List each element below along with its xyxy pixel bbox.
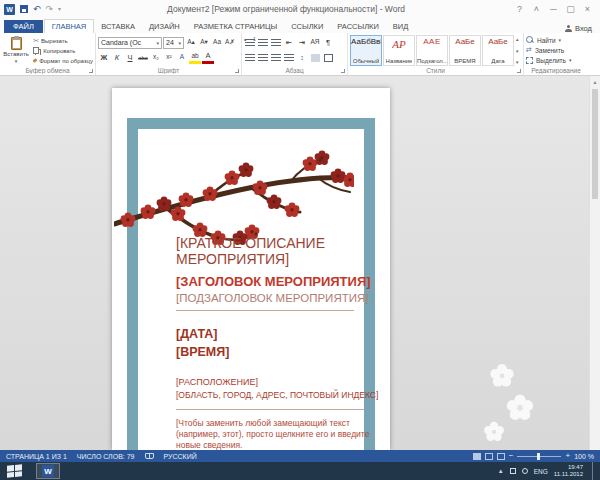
read-mode-button[interactable] bbox=[473, 453, 481, 460]
font-color-button[interactable]: А bbox=[202, 51, 214, 64]
clipboard-dialog-launcher[interactable] bbox=[89, 69, 93, 73]
tray-status-icon[interactable] bbox=[510, 468, 516, 474]
tray-language[interactable]: ENG bbox=[534, 468, 548, 475]
tab-design[interactable]: ДИЗАЙН bbox=[142, 20, 187, 33]
show-marks-button[interactable]: ¶ bbox=[322, 36, 334, 49]
save-icon[interactable] bbox=[20, 5, 28, 13]
font-size-dropdown-icon[interactable]: ▾ bbox=[177, 40, 181, 46]
superscript-button[interactable]: x² bbox=[163, 51, 175, 64]
tray-expand-icon[interactable]: ▲ bbox=[498, 468, 504, 474]
tray-clock[interactable]: 19:47 11.11.2012 bbox=[554, 464, 583, 478]
event-address-placeholder[interactable]: [ОБЛАСТЬ, ГОРОД, АДРЕС, ПОЧТОВЫЙ ИНДЕКС] bbox=[176, 390, 366, 400]
clear-formatting-button[interactable]: А✗ bbox=[224, 36, 236, 49]
tab-insert[interactable]: ВСТАВКА bbox=[94, 20, 142, 33]
show-desktop-button[interactable] bbox=[592, 462, 596, 480]
find-dropdown-icon[interactable]: ▾ bbox=[559, 37, 562, 43]
zoom-out-button[interactable]: − bbox=[509, 452, 514, 460]
proofing-icon[interactable] bbox=[145, 453, 154, 459]
sort-button[interactable]: АЯ bbox=[309, 36, 321, 49]
scrollbar-thumb[interactable] bbox=[592, 89, 598, 199]
scroll-up-icon[interactable]: ▲ bbox=[590, 76, 600, 87]
event-subtitle-placeholder[interactable]: [ПОДЗАГОЛОВОК МЕРОПРИЯТИЯ] bbox=[176, 292, 366, 304]
minimize-button[interactable]: ─ bbox=[545, 4, 562, 14]
event-description-placeholder[interactable]: [КРАТКОЕ ОПИСАНИЕ МЕРОПРИЯТИЯ] bbox=[176, 236, 348, 267]
font-dialog-launcher[interactable] bbox=[235, 69, 239, 73]
font-name-dropdown-icon[interactable]: ▾ bbox=[155, 40, 159, 46]
paste-button[interactable]: Вставить ▾ bbox=[2, 35, 30, 66]
text-effects-button[interactable]: А bbox=[176, 51, 188, 64]
start-button[interactable] bbox=[7, 464, 22, 478]
undo-icon[interactable]: ↶ bbox=[33, 5, 41, 14]
tray-network-icon[interactable] bbox=[522, 468, 528, 474]
style-date[interactable]: АаБе Дата bbox=[482, 35, 514, 66]
styles-scroll-up-icon[interactable]: ▴ bbox=[516, 36, 519, 42]
font-name-combo[interactable]: Candara (Ос ▾ bbox=[98, 37, 162, 49]
page-indicator[interactable]: СТРАНИЦА 1 ИЗ 1 bbox=[6, 453, 67, 460]
tab-references[interactable]: ССЫЛКИ bbox=[284, 20, 330, 33]
decrease-indent-button[interactable]: ⇤ bbox=[283, 36, 295, 49]
event-time-placeholder[interactable]: [ВРЕМЯ] bbox=[176, 345, 366, 359]
restore-button[interactable]: ▢ bbox=[562, 4, 579, 14]
select-button[interactable]: Выделить ▾ bbox=[526, 55, 586, 65]
paragraph-dialog-launcher[interactable] bbox=[341, 69, 345, 73]
format-painter-button[interactable]: Формат по образцу bbox=[33, 56, 93, 65]
event-location-placeholder[interactable]: [РАСПОЛОЖЕНИЕ] bbox=[176, 377, 366, 387]
styles-scroll-down-icon[interactable]: ▾ bbox=[516, 48, 519, 54]
highlight-button[interactable]: ab bbox=[189, 51, 201, 64]
style-subtitle[interactable]: ААЕ Подзагол... bbox=[416, 35, 448, 66]
sign-in-button[interactable]: Вход bbox=[565, 24, 600, 33]
zoom-level[interactable]: 100 % bbox=[574, 453, 594, 460]
tab-home[interactable]: ГЛАВНАЯ bbox=[44, 19, 94, 33]
shading-button[interactable] bbox=[309, 51, 321, 64]
tab-page-layout[interactable]: РАЗМЕТКА СТРАНИЦЫ bbox=[187, 20, 284, 33]
help-button[interactable]: ? bbox=[511, 4, 528, 14]
tab-view[interactable]: ВИД bbox=[386, 20, 415, 33]
cut-button[interactable]: ✂ Вырезать bbox=[33, 36, 93, 45]
copy-button[interactable]: Копировать bbox=[33, 46, 93, 55]
style-normal[interactable]: АаБбВвГ Обычный bbox=[350, 35, 382, 66]
select-dropdown-icon[interactable]: ▾ bbox=[569, 57, 572, 63]
styles-more-icon[interactable]: ▾ bbox=[516, 59, 519, 65]
multilevel-list-button[interactable] bbox=[270, 36, 282, 49]
numbering-button[interactable] bbox=[257, 36, 269, 49]
zoom-slider[interactable] bbox=[517, 456, 561, 457]
increase-indent-button[interactable]: ⇥ bbox=[296, 36, 308, 49]
word-count[interactable]: ЧИСЛО СЛОВ: 79 bbox=[77, 453, 135, 460]
paste-dropdown-icon[interactable]: ▾ bbox=[15, 58, 18, 64]
style-time[interactable]: АаБе ВРЕМЯ bbox=[449, 35, 481, 66]
strikethrough-button[interactable]: abc bbox=[137, 51, 149, 64]
justify-button[interactable] bbox=[283, 51, 295, 64]
change-case-button[interactable]: Аа bbox=[211, 36, 223, 49]
shrink-font-button[interactable]: А▾ bbox=[198, 36, 210, 49]
web-layout-button[interactable] bbox=[497, 453, 505, 460]
tab-file[interactable]: ФАЙЛ bbox=[4, 20, 43, 33]
print-layout-button[interactable] bbox=[485, 453, 493, 460]
align-left-button[interactable] bbox=[244, 51, 256, 64]
vertical-scrollbar[interactable]: ▲ bbox=[589, 76, 600, 450]
close-button[interactable]: × bbox=[579, 4, 596, 14]
ribbon-display-options-button[interactable]: ˄ bbox=[528, 4, 545, 14]
style-title[interactable]: АР Название bbox=[383, 35, 415, 66]
redo-icon[interactable]: ↷ bbox=[46, 5, 54, 14]
styles-dialog-launcher[interactable] bbox=[517, 69, 521, 73]
event-title-placeholder[interactable]: [ЗАГОЛОВОК МЕРОПРИЯТИЯ] bbox=[176, 274, 366, 289]
align-right-button[interactable] bbox=[270, 51, 282, 64]
line-spacing-button[interactable]: ↕ bbox=[296, 51, 308, 64]
replace-button[interactable]: ⇄ Заменить bbox=[526, 45, 586, 55]
event-date-placeholder[interactable]: [ДАТА] bbox=[176, 327, 366, 341]
font-size-combo[interactable]: 24 ▾ bbox=[163, 37, 184, 49]
taskbar-word-button[interactable]: W bbox=[36, 463, 60, 479]
tab-mailings[interactable]: РАССЫЛКИ bbox=[330, 20, 386, 33]
bold-button[interactable]: Ж bbox=[98, 51, 110, 64]
zoom-slider-thumb[interactable] bbox=[537, 453, 540, 460]
language-indicator[interactable]: РУССКИЙ bbox=[164, 453, 197, 460]
find-button[interactable]: Найти ▾ bbox=[526, 35, 586, 45]
underline-button[interactable]: Ч bbox=[124, 51, 136, 64]
align-center-button[interactable] bbox=[257, 51, 269, 64]
zoom-in-button[interactable]: + bbox=[565, 452, 570, 460]
subscript-button[interactable]: x₂ bbox=[150, 51, 162, 64]
borders-button[interactable] bbox=[322, 51, 334, 64]
instruction-note-placeholder[interactable]: [Чтобы заменить любой замещающий текст (… bbox=[176, 418, 372, 450]
italic-button[interactable]: К bbox=[111, 51, 123, 64]
grow-font-button[interactable]: А▴ bbox=[185, 36, 197, 49]
